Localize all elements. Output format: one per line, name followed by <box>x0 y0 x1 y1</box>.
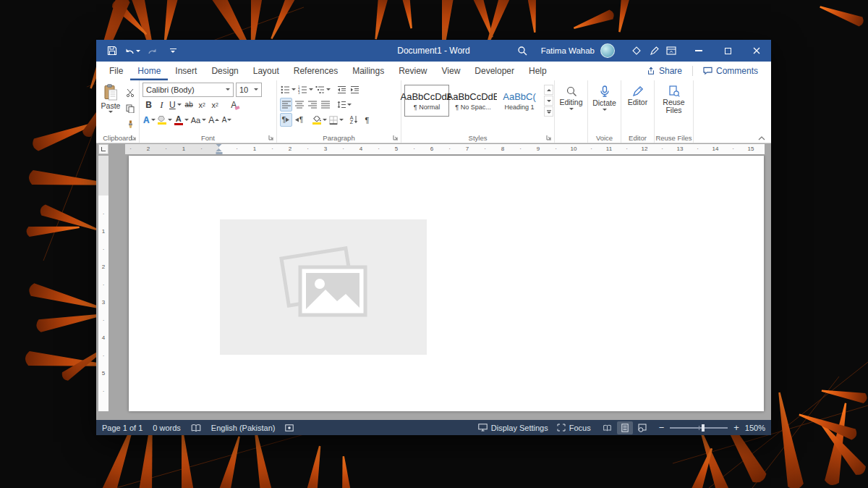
share-button[interactable]: Share <box>641 66 688 76</box>
tab-layout[interactable]: Layout <box>246 62 286 80</box>
tab-help[interactable]: Help <box>522 62 554 80</box>
copy-button[interactable] <box>124 101 136 115</box>
sort-button[interactable]: A Z <box>348 113 360 127</box>
dictate-button[interactable]: Dictate <box>591 82 618 111</box>
bold-button[interactable]: B <box>142 98 155 112</box>
font-name-combo[interactable]: Calibri (Body) <box>142 83 234 97</box>
zoom-slider[interactable] <box>670 427 728 429</box>
web-layout-button[interactable] <box>634 421 650 434</box>
page-indicator[interactable]: Page 1 of 1 <box>102 424 142 432</box>
zoom-out-button[interactable]: − <box>659 423 665 432</box>
justify-button[interactable] <box>319 98 331 112</box>
styles-scroll-up-button[interactable] <box>544 85 553 95</box>
subscript-button[interactable]: x2 <box>196 98 208 112</box>
word-count[interactable]: 0 words <box>153 424 181 432</box>
zoom-in-button[interactable]: + <box>733 423 739 432</box>
tab-references[interactable]: References <box>286 62 345 80</box>
style-card-normal[interactable]: AaBbCcDdE ¶ Normal <box>404 85 449 117</box>
rtl-direction-button[interactable]: ¶ <box>293 113 305 127</box>
search-button[interactable] <box>514 40 531 62</box>
grow-font-button[interactable]: A <box>208 113 220 127</box>
font-color-button[interactable]: A <box>174 113 190 127</box>
save-button[interactable] <box>103 40 121 62</box>
tab-mailings[interactable]: Mailings <box>345 62 391 80</box>
zoom-level[interactable]: 150% <box>745 424 765 432</box>
highlight-button[interactable] <box>157 113 173 127</box>
format-painter-button[interactable] <box>124 117 136 131</box>
vertical-ruler[interactable]: 12345······ <box>98 156 109 411</box>
underline-button[interactable]: U <box>169 98 182 112</box>
multilevel-list-button[interactable] <box>315 83 331 96</box>
user-avatar[interactable] <box>600 43 615 58</box>
tab-file[interactable]: File <box>102 62 130 80</box>
cut-button[interactable] <box>124 85 136 99</box>
superscript-button[interactable]: x2 <box>209 98 221 112</box>
borders-button[interactable] <box>328 113 344 127</box>
redo-button[interactable] <box>144 40 161 62</box>
strikethrough-button[interactable]: ab <box>183 98 195 112</box>
font-dialog-launcher[interactable] <box>268 135 274 140</box>
shading-button[interactable] <box>312 113 328 127</box>
hanging-indent-marker[interactable] <box>216 148 222 151</box>
clipboard-dialog-launcher[interactable] <box>131 135 137 140</box>
tab-design[interactable]: Design <box>204 62 245 80</box>
show-formatting-button[interactable]: ¶ <box>361 113 373 127</box>
ribbon-display-options-button[interactable] <box>663 40 680 62</box>
change-case-button[interactable]: Aa <box>190 113 207 127</box>
italic-button[interactable]: I <box>156 98 168 112</box>
paragraph-dialog-launcher[interactable] <box>393 135 399 140</box>
styles-gallery-more-button[interactable] <box>544 106 553 117</box>
read-mode-button[interactable] <box>600 421 616 434</box>
image-placeholder[interactable] <box>220 219 427 355</box>
tab-insert[interactable]: Insert <box>168 62 204 80</box>
collapse-ribbon-button[interactable] <box>758 136 765 140</box>
left-indent-marker[interactable] <box>216 152 223 154</box>
proofing-status-button[interactable] <box>191 424 201 432</box>
pen-icon[interactable] <box>645 40 663 62</box>
align-right-button[interactable] <box>306 98 318 112</box>
close-button[interactable] <box>742 40 771 62</box>
tab-selector[interactable] <box>98 144 109 154</box>
editor-button[interactable]: Editor <box>624 82 651 106</box>
language-indicator[interactable]: English (Pakistan) <box>211 424 276 432</box>
undo-button[interactable] <box>124 40 141 62</box>
indent-markers[interactable] <box>216 144 223 154</box>
user-name[interactable]: Fatima Wahab <box>541 46 595 55</box>
print-layout-button[interactable] <box>617 421 633 434</box>
tab-home[interactable]: Home <box>130 62 168 80</box>
maximize-button[interactable] <box>713 40 742 62</box>
display-settings-button[interactable]: Display Settings <box>478 424 548 432</box>
comments-button[interactable]: Comments <box>697 66 764 76</box>
document-page[interactable] <box>129 156 764 411</box>
first-line-indent-marker[interactable] <box>216 144 222 147</box>
clear-formatting-button[interactable]: A <box>228 98 240 112</box>
macro-record-button[interactable] <box>285 424 294 432</box>
styles-dialog-launcher[interactable] <box>546 135 552 140</box>
diamond-icon[interactable] <box>628 40 645 62</box>
decrease-indent-button[interactable] <box>336 83 348 96</box>
ltr-direction-button[interactable]: ¶ <box>280 113 292 127</box>
increase-indent-button[interactable] <box>349 83 361 96</box>
font-size-combo[interactable]: 10 <box>236 83 262 97</box>
styles-scroll-down-button[interactable] <box>544 96 553 106</box>
horizontal-ruler[interactable]: 21123456789101112131415·················… <box>125 144 765 154</box>
line-spacing-button[interactable] <box>336 98 352 112</box>
focus-button[interactable]: Focus <box>557 424 591 432</box>
paste-button[interactable]: Paste <box>99 82 122 132</box>
reuse-files-button[interactable]: Reuse Files <box>658 82 690 114</box>
minimize-button[interactable] <box>684 40 713 62</box>
shrink-font-button[interactable]: A <box>221 113 233 127</box>
text-effects-button[interactable]: A <box>142 113 156 127</box>
align-left-button[interactable] <box>280 98 292 112</box>
style-card-heading1[interactable]: AaBbC( Heading 1 <box>497 85 542 117</box>
editing-button[interactable]: Editing <box>558 82 584 110</box>
align-center-button[interactable] <box>293 98 305 112</box>
customize-quick-access-button[interactable] <box>164 40 182 62</box>
tab-developer[interactable]: Developer <box>467 62 522 80</box>
tab-review[interactable]: Review <box>391 62 434 80</box>
style-card-no-spacing[interactable]: AaBbCcDdE ¶ No Spac... <box>451 85 495 117</box>
numbering-button[interactable]: 123 <box>297 83 314 96</box>
tab-view[interactable]: View <box>435 62 468 80</box>
bullets-button[interactable] <box>280 83 297 96</box>
zoom-slider-thumb[interactable] <box>702 424 705 432</box>
